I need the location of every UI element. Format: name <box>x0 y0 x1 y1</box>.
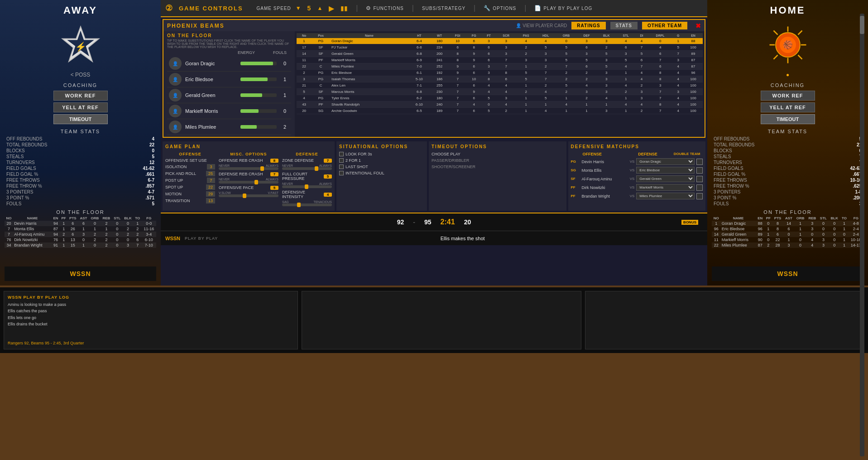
away-timeout-button[interactable]: TIMEOUT <box>53 114 108 124</box>
offensive-pace-slider[interactable] <box>219 194 278 197</box>
player-row[interactable]: 👤 Goran Dragic 0 <box>167 56 291 72</box>
table-row[interactable]: 5SFMarcus Morris6-82307944242332373100 <box>297 89 703 95</box>
table-row[interactable]: 76Dirk Nowitzki761130220066-10 <box>5 237 156 242</box>
pbp-logo: WSSN <box>165 236 180 241</box>
slider-thumb6 <box>297 203 301 207</box>
isolation-value[interactable]: 3 <box>207 164 215 169</box>
table-row[interactable]: 22CMiles Plumlee7-0252963712765476487 <box>297 63 703 70</box>
home-work-ref-button[interactable]: WORK REF <box>761 91 815 101</box>
defense-reb-crash-label: DEFENSE REB CRASH <box>219 172 263 176</box>
table-row[interactable]: 17SFPJ Tucker6-62246863255626745100 <box>297 44 703 51</box>
table-row[interactable]: 14SFGerald Green6-8200896323535356789 <box>297 51 703 57</box>
dm-double-team-pg[interactable] <box>696 159 703 165</box>
dm-double-team-pf[interactable] <box>696 184 703 191</box>
intentional-foul-checkbox[interactable] <box>339 171 344 175</box>
table-row[interactable]: 22Miles Plumlee8722830430114-17 <box>712 242 863 248</box>
view-player-card-button[interactable]: 👤 VIEW PLAYER CARD <box>516 23 567 28</box>
functions-button[interactable]: ⚙ FUNCTIONS <box>366 5 403 11</box>
dm-defense-select-sf[interactable]: Gerald Green <box>636 175 695 182</box>
game-controls-bar: ② GAME CONTROLS GAME SPEED ▼ 5 ▲ ▶ ▮▮ | … <box>161 0 707 17</box>
pbp-log-button[interactable]: 📄 PLAY BY PLAY LOG <box>534 5 592 11</box>
table-row[interactable]: 7Monta Ellis8712611102211-16 <box>5 226 156 232</box>
never-label4: NEVER <box>282 182 293 185</box>
scrollbar[interactable] <box>860 14 864 456</box>
spot-up-value[interactable]: 22 <box>206 184 215 190</box>
table-row[interactable]: 43PFShavlik Randolph6-102407404114114484… <box>297 102 703 108</box>
home-timeout-button[interactable]: TIMEOUT <box>761 114 815 124</box>
offense-reb-crash-slider[interactable] <box>219 167 278 170</box>
list-item: Ellis lets one go <box>8 315 294 321</box>
options-button[interactable]: 🔧 OPTIONS <box>484 5 516 11</box>
pick-roll-value[interactable]: 25 <box>206 171 215 176</box>
never-label2: NEVER <box>219 178 230 181</box>
other-team-button[interactable]: OTHER TEAM <box>642 22 687 29</box>
pause-button[interactable]: ▮▮ <box>340 5 348 12</box>
svg-line-10 <box>798 55 802 59</box>
away-poss: < POSS <box>71 72 91 78</box>
table-row[interactable]: 20Devin Harris94166020010-0 <box>5 221 156 226</box>
offensive-pace-label: OFFENSIVE PACE <box>219 185 254 190</box>
speed-up-arrow[interactable]: ▲ <box>317 5 322 11</box>
post-up-value[interactable]: 7 <box>207 178 215 183</box>
home-yell-at-ref-button[interactable]: YELL AT REF <box>761 102 815 112</box>
fcp-slider[interactable] <box>282 185 332 188</box>
subs-strategy-button[interactable]: SUBS/STRATEGY <box>422 6 465 11</box>
fcp-value[interactable]: 5 <box>324 174 332 179</box>
last-shot-checkbox[interactable] <box>339 165 344 169</box>
options-icon: 🔧 <box>484 5 491 11</box>
gp-columns: OFFENSE OFFENSIVE SET USE ISOLATION 3 PI… <box>165 152 332 208</box>
center-panel: ② GAME CONTROLS GAME SPEED ▼ 5 ▲ ▶ ▮▮ | … <box>161 0 707 286</box>
log-panel-2 <box>585 291 865 349</box>
ratings-button[interactable]: RATINGS <box>571 22 605 29</box>
bottom-area: WSSN PLAY BY PLAY LOG Aminu is looking t… <box>0 287 868 353</box>
offense-reb-crash-value[interactable]: 8 <box>270 159 278 163</box>
defense-reb-crash-section: DEFENSE REB CRASH 7 NEVER ALWAYS <box>219 172 278 184</box>
look-for-3s-label: LOOK FOR 3s <box>345 152 372 156</box>
dm-double-team-sg[interactable] <box>696 167 703 174</box>
di-slider[interactable] <box>282 203 332 206</box>
di-value[interactable]: 4 <box>324 193 332 197</box>
dm-double-team-sf[interactable] <box>696 176 703 182</box>
table-row[interactable]: 34Brandan Wright911151020377-10 <box>5 242 156 248</box>
dm-defense-select-sg[interactable]: Eric Bledsoe <box>636 167 695 174</box>
away-work-ref-button[interactable]: WORK REF <box>53 91 108 101</box>
defense-reb-crash-value[interactable]: 7 <box>270 172 278 176</box>
table-row[interactable]: 96Eric Bledsoe96186130012-4 <box>712 226 863 232</box>
close-button[interactable]: ✖ <box>695 22 701 29</box>
list-item: Aminu is looking to make a pass <box>8 301 294 308</box>
dm-defense-select-pf2[interactable]: Miles Plumlee <box>636 193 695 199</box>
player-row[interactable]: 👤 Gerald Green 1 <box>167 87 291 103</box>
away-yell-at-ref-button[interactable]: YELL AT REF <box>53 102 108 112</box>
table-row[interactable]: 21CAlex Len7-12557644125434234100 <box>297 82 703 89</box>
home-on-floor-label: ON THE FLOOR <box>763 209 811 215</box>
offensive-pace-value[interactable]: 5 <box>270 186 278 190</box>
stats-button[interactable]: STATS <box>610 22 638 29</box>
pbp-log-title: WSSN PLAY BY PLAY LOG <box>8 295 294 300</box>
player-row[interactable]: 👤 Eric Bledsoe 1 <box>167 72 291 87</box>
table-row[interactable]: 14Gerald Green89160100002-4 <box>712 232 863 237</box>
table-row[interactable]: 4PGTyler Ennis6-21807653151241374100 <box>297 95 703 102</box>
table-row[interactable]: 3PGIsaiah Thomas5-1018671086572231484100 <box>297 76 703 82</box>
two-for-one-checkbox[interactable] <box>339 158 344 163</box>
table-row[interactable]: 11Markieff Morris9002210430110-18 <box>712 237 863 242</box>
zone-defense-value[interactable]: 7 <box>324 159 332 163</box>
motion-value[interactable]: 29 <box>206 191 215 197</box>
dm-defense-select-pf[interactable]: Markieff Morris <box>636 184 695 191</box>
scrollbar-thumb[interactable] <box>860 16 864 34</box>
transition-value[interactable]: 13 <box>206 198 215 203</box>
look-for-3s-checkbox[interactable] <box>339 152 344 156</box>
table-row[interactable]: 1PGGoran Dragic6-41801063344033440188 <box>297 38 703 44</box>
table-row[interactable]: 2PGEric Bledsoe6-1192963857223148496 <box>297 70 703 76</box>
table-row[interactable]: 1Goran Dragic880814130014-8 <box>712 221 863 226</box>
dm-defense-select-pg[interactable]: Goran Dragic <box>636 158 695 165</box>
table-row[interactable]: 7Al-Farouq Aminu94263220223-4 <box>5 232 156 237</box>
defense-reb-crash-slider[interactable] <box>219 181 278 184</box>
player-row[interactable]: 👤 Miles Plumlee 2 <box>167 119 291 135</box>
zone-defense-slider[interactable] <box>282 167 332 170</box>
table-row[interactable]: 11PFMarkieff Morris6-9241896733553567387 <box>297 57 703 63</box>
dm-double-team-pf2[interactable] <box>696 193 703 199</box>
player-row[interactable]: 👤 Markieff Morris 0 <box>167 103 291 119</box>
play-button[interactable]: ▶ <box>329 4 334 13</box>
speed-down-arrow[interactable]: ▼ <box>296 5 301 11</box>
table-row[interactable]: 20SGArchie Goodwin6-51897652141131274100 <box>297 108 703 114</box>
